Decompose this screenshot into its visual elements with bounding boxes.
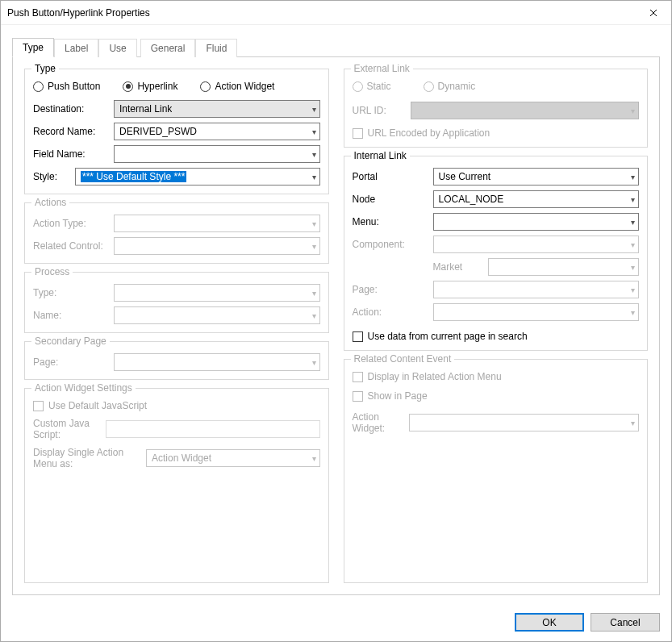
right-column: External Link Static Dynamic URL ID: [344, 69, 649, 583]
action-type-combo: ▾ [114, 215, 320, 232]
radio-dot-icon [353, 81, 363, 92]
destination-combo[interactable]: Internal Link ▾ [114, 100, 320, 118]
url-id-combo: ▾ [411, 102, 640, 119]
chevron-down-icon: ▾ [631, 308, 635, 317]
chevron-down-icon: ▾ [312, 105, 316, 114]
chevron-down-icon: ▾ [631, 263, 635, 272]
component-label: Component: [353, 239, 433, 250]
related-control-label: Related Control: [33, 240, 114, 252]
group-aw-legend: Action Widget Settings [31, 382, 136, 394]
group-actions: Actions Action Type: ▾ Related Control: [24, 202, 329, 264]
close-icon [649, 9, 657, 17]
tab-type[interactable]: Type [12, 38, 54, 57]
field-name-label: Field Name: [33, 148, 114, 160]
type-radio-row: Push Button Hyperlink Action Widget [33, 81, 320, 92]
radio-static: Static [353, 81, 391, 92]
field-name-combo[interactable]: ▾ [114, 145, 320, 163]
radio-action-widget[interactable]: Action Widget [200, 81, 274, 92]
market-combo: ▾ [488, 258, 640, 276]
style-combo[interactable]: *** Use Default Style *** ▾ [75, 168, 320, 186]
checkbox-icon [353, 331, 363, 342]
group-process: Process Type: ▾ Name: ▾ [24, 272, 329, 333]
custom-js-label: Custom Java Script: [33, 418, 106, 440]
destination-label: Destination: [33, 103, 114, 115]
chevron-down-icon: ▾ [312, 150, 316, 159]
menu-label: Menu: [353, 216, 433, 227]
group-type: Type Push Button Hyperlink Action Wid [24, 69, 329, 194]
tab-body: Type Push Button Hyperlink Action Wid [12, 56, 660, 595]
record-name-label: Record Name: [33, 126, 114, 137]
chevron-down-icon: ▾ [631, 240, 635, 249]
il-page-combo: ▾ [433, 281, 640, 298]
tab-fluid[interactable]: Fluid [195, 39, 237, 57]
use-data-checkbox[interactable]: Use data from current page in search [353, 331, 640, 342]
chevron-down-icon: ▾ [312, 311, 316, 320]
tab-general[interactable]: General [140, 39, 196, 57]
record-name-combo[interactable]: DERIVED_PSWD ▾ [114, 123, 320, 140]
chevron-down-icon: ▾ [312, 242, 316, 251]
group-external-legend: External Link [351, 63, 413, 74]
checkbox-icon [353, 372, 363, 382]
chevron-down-icon: ▾ [312, 219, 316, 228]
chevron-down-icon: ▾ [631, 218, 635, 227]
use-default-js-checkbox: Use Default JavaScript [33, 400, 320, 411]
cancel-button[interactable]: Cancel [591, 613, 660, 632]
checkbox-icon [353, 128, 363, 139]
chevron-down-icon: ▾ [631, 173, 635, 181]
custom-js-input [106, 420, 320, 438]
tab-label[interactable]: Label [54, 39, 98, 57]
aw-combo: ▾ [409, 414, 640, 431]
related-control-combo: ▾ [114, 237, 320, 255]
radio-dynamic: Dynamic [424, 81, 476, 92]
group-process-legend: Process [31, 266, 73, 277]
node-combo[interactable]: LOCAL_NODE ▾ [433, 190, 640, 208]
secondary-page-label: Page: [33, 356, 114, 368]
dialog-footer: OK Cancel [1, 603, 671, 641]
close-button[interactable] [635, 1, 671, 24]
group-type-legend: Type [31, 63, 59, 74]
il-action-combo: ▾ [433, 303, 640, 321]
dialog-window: Push Button/Hyperlink Properties Type La… [0, 0, 672, 642]
group-related-legend: Related Content Event [351, 353, 455, 365]
radio-dot-icon [200, 81, 211, 92]
menu-combo[interactable]: ▾ [433, 213, 640, 231]
chevron-down-icon: ▾ [312, 173, 316, 181]
tab-use[interactable]: Use [98, 39, 136, 57]
il-page-label: Page: [353, 284, 433, 295]
chevron-down-icon: ▾ [631, 106, 635, 115]
node-label: Node [353, 194, 433, 205]
radio-dot-icon [424, 81, 434, 92]
window-title: Push Button/Hyperlink Properties [7, 7, 150, 19]
chevron-down-icon: ▾ [312, 289, 316, 298]
aw-label: Action Widget: [353, 411, 409, 434]
radio-hyperlink[interactable]: Hyperlink [123, 81, 177, 92]
checkbox-icon [33, 401, 44, 411]
display-single-action-label: Display Single Action Menu as: [33, 447, 146, 469]
chevron-down-icon: ▾ [312, 454, 316, 463]
component-combo: ▾ [433, 236, 640, 253]
url-id-label: URL ID: [353, 105, 411, 116]
group-secondary-legend: Secondary Page [31, 336, 110, 347]
process-type-label: Type: [33, 287, 114, 298]
group-external-link: External Link Static Dynamic URL ID: [344, 69, 649, 148]
portal-combo[interactable]: Use Current ▾ [433, 168, 640, 186]
chevron-down-icon: ▾ [631, 195, 635, 204]
style-label: Style: [33, 171, 75, 182]
group-internal-link: Internal Link Portal Use Current ▾ Node [344, 156, 649, 351]
il-action-label: Action: [353, 306, 433, 318]
process-name-combo: ▾ [114, 306, 320, 324]
action-type-label: Action Type: [33, 218, 114, 229]
secondary-page-combo: ▾ [114, 353, 320, 371]
show-in-page-checkbox: Show in Page [353, 390, 640, 402]
checkbox-icon [353, 391, 363, 402]
tabstrip: Type Label Use General Fluid [12, 37, 660, 56]
url-encoded-checkbox: URL Encoded by Application [353, 127, 640, 139]
radio-push-button[interactable]: Push Button [33, 81, 100, 92]
ok-button[interactable]: OK [515, 613, 584, 632]
group-related-content: Related Content Event Display in Related… [344, 359, 649, 583]
radio-dot-icon [33, 81, 44, 92]
chevron-down-icon: ▾ [312, 127, 316, 136]
radio-dot-icon [123, 81, 133, 92]
group-actions-legend: Actions [31, 197, 69, 208]
titlebar: Push Button/Hyperlink Properties [1, 1, 671, 25]
